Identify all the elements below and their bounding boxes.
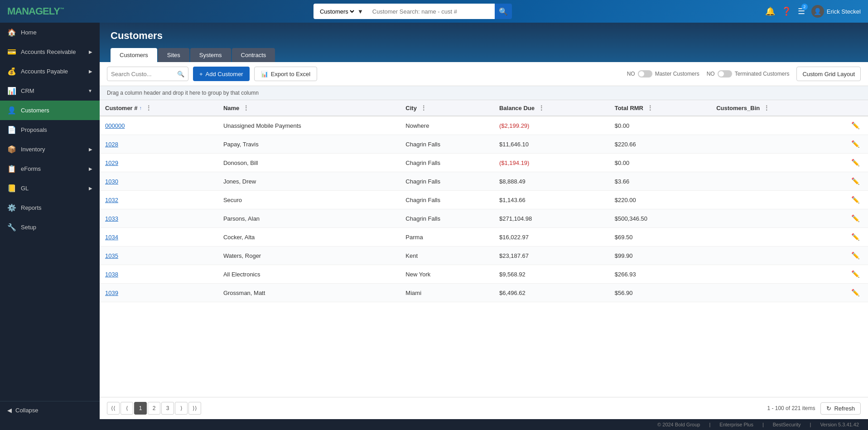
customer-search-box[interactable]: 🔍 [107, 67, 188, 81]
top-header: MANAGELY™ Customers Sites Systems Contra… [0, 0, 868, 23]
customer-link-0[interactable]: 000000 [105, 122, 125, 129]
sidebar-item-reports[interactable]: ⚙️ Reports [0, 198, 100, 217]
terminated-customers-toggle[interactable] [718, 70, 732, 77]
balance-col-menu-icon[interactable]: ⋮ [538, 104, 545, 111]
col-header-customers-bin[interactable]: Customers_Bin ⋮ [711, 100, 843, 116]
edit-button-1[interactable]: ✏️ [849, 139, 863, 149]
page-next-button[interactable]: ⟩ [175, 402, 188, 415]
cell-city-8: New York [400, 265, 494, 284]
search-area: Customers Sites Systems Contracts ▼ 🔍 [313, 4, 512, 19]
page-3-button[interactable]: 3 [161, 402, 174, 415]
add-customer-button[interactable]: + Add Customer [193, 67, 250, 81]
export-excel-button[interactable]: 📊 Export to Excel [254, 67, 317, 81]
global-search-button[interactable]: 🔍 [495, 4, 512, 19]
global-search-input[interactable] [368, 4, 495, 19]
customer-search-input[interactable] [111, 71, 174, 77]
master-customers-toggle[interactable] [638, 70, 652, 77]
cell-rmr-3: $3.66 [609, 172, 711, 191]
search-type-dropdown[interactable]: Customers Sites Systems Contracts ▼ [313, 4, 368, 19]
edit-button-9[interactable]: ✏️ [849, 288, 863, 298]
customer-link-1[interactable]: 1028 [105, 141, 118, 148]
cell-edit-4: ✏️ [843, 191, 868, 209]
sidebar-item-home[interactable]: 🏠 Home [0, 23, 100, 42]
cell-bin-1 [711, 135, 843, 154]
sort-asc-icon[interactable]: ↑ [140, 105, 142, 111]
sidebar-crm-label: CRM [21, 87, 83, 94]
customer-link-7[interactable]: 1035 [105, 252, 118, 259]
help-icon[interactable]: ❓ [781, 6, 791, 16]
cell-rmr-0: $0.00 [609, 116, 711, 135]
cell-edit-9: ✏️ [843, 284, 868, 302]
cell-customer-num-6: 1034 [100, 228, 218, 246]
edit-button-5[interactable]: ✏️ [849, 213, 863, 223]
customer-link-9[interactable]: 1039 [105, 290, 118, 296]
bin-col-menu-icon[interactable]: ⋮ [763, 104, 770, 111]
edit-button-3[interactable]: ✏️ [849, 176, 863, 186]
table-row: 1032 Securo Chagrin Falls $1,143.66 $220… [100, 191, 868, 209]
sidebar-item-eforms[interactable]: 📋 eForms ▶ [0, 159, 100, 179]
custom-grid-button[interactable]: Custom Grid Layout [796, 67, 861, 81]
sidebar-gl-label: GL [21, 185, 84, 192]
customer-num-col-menu-icon[interactable]: ⋮ [145, 104, 152, 111]
edit-button-0[interactable]: ✏️ [849, 121, 863, 130]
sidebar-item-setup[interactable]: 🔧 Setup [0, 217, 100, 237]
customer-link-2[interactable]: 1029 [105, 159, 118, 166]
edit-button-8[interactable]: ✏️ [849, 269, 863, 279]
tab-customers[interactable]: Customers [111, 48, 157, 62]
col-header-name[interactable]: Name ⋮ [218, 100, 400, 116]
cell-customer-num-0: 000000 [100, 116, 218, 135]
cell-city-7: Kent [400, 246, 494, 265]
city-col-menu-icon[interactable]: ⋮ [420, 104, 427, 111]
customer-link-5[interactable]: 1033 [105, 215, 118, 222]
edit-button-4[interactable]: ✏️ [849, 195, 863, 205]
sidebar-item-inventory[interactable]: 📦 Inventory ▶ [0, 140, 100, 159]
customers-bin-col-label: Customers_Bin [716, 105, 760, 111]
sidebar-item-accounts-payable[interactable]: 💰 Accounts Payable ▶ [0, 62, 100, 81]
page-first-button[interactable]: ⟨⟨ [107, 402, 120, 415]
col-header-balance-due[interactable]: Balance Due ⋮ [494, 100, 609, 116]
cell-balance-9: $6,496.62 [494, 284, 609, 302]
page-1-button[interactable]: 1 [134, 402, 147, 415]
rmr-col-menu-icon[interactable]: ⋮ [647, 104, 653, 111]
table-row: 1039 Grossman, Matt Miami $6,496.62 $56.… [100, 284, 868, 302]
app-logo: MANAGELY™ [7, 5, 64, 17]
sidebar-item-gl[interactable]: 📒 GL ▶ [0, 179, 100, 198]
content-area: Customers Customers Sites Systems Contra… [100, 23, 868, 419]
sidebar-item-accounts-receivable[interactable]: 💳 Accounts Receivable ▶ [0, 42, 100, 62]
col-header-customer-num[interactable]: Customer # ↑ ⋮ [100, 100, 218, 116]
edit-button-7[interactable]: ✏️ [849, 251, 863, 261]
page-2-button[interactable]: 2 [148, 402, 160, 415]
page-prev-button[interactable]: ⟨ [121, 402, 133, 415]
export-icon: 📊 [261, 71, 268, 77]
sidebar-item-crm[interactable]: 📊 CRM ▼ [0, 81, 100, 101]
search-type-select[interactable]: Customers Sites Systems Contracts [318, 8, 356, 15]
name-col-menu-icon[interactable]: ⋮ [243, 104, 249, 111]
cell-edit-7: ✏️ [843, 246, 868, 265]
tab-sites[interactable]: Sites [158, 48, 189, 62]
sidebar-proposals-label: Proposals [21, 126, 92, 133]
table-scroll[interactable]: Customer # ↑ ⋮ Name ⋮ [100, 100, 868, 397]
page-last-button[interactable]: ⟩⟩ [188, 402, 201, 415]
cell-balance-7: $23,187.67 [494, 246, 609, 265]
sidebar-item-proposals[interactable]: 📄 Proposals [0, 120, 100, 140]
tasks-icon[interactable]: ☰ 2 [798, 6, 805, 16]
edit-button-2[interactable]: ✏️ [849, 158, 863, 168]
tab-systems[interactable]: Systems [190, 48, 231, 62]
customer-link-4[interactable]: 1032 [105, 197, 118, 203]
col-header-total-rmr[interactable]: Total RMR ⋮ [609, 100, 711, 116]
name-col-label: Name [223, 105, 239, 111]
refresh-button[interactable]: ↻ Refresh [820, 402, 861, 415]
customer-link-6[interactable]: 1034 [105, 234, 118, 241]
cell-bin-6 [711, 228, 843, 246]
customer-link-3[interactable]: 1030 [105, 178, 118, 185]
tab-contracts[interactable]: Contracts [232, 48, 275, 62]
sidebar-item-customers[interactable]: 👤 Customers [0, 101, 100, 120]
col-header-city[interactable]: City ⋮ [400, 100, 494, 116]
user-menu[interactable]: 👤 Erick Steckel [811, 5, 861, 18]
edit-button-6[interactable]: ✏️ [849, 232, 863, 242]
sidebar-collapse-button[interactable]: ◀ Collapse [0, 401, 100, 419]
col-header-actions [843, 100, 868, 116]
notification-bell-icon[interactable]: 🔔 [765, 6, 775, 16]
customer-link-8[interactable]: 1038 [105, 271, 118, 278]
collapse-arrow-icon: ◀ [7, 407, 12, 414]
